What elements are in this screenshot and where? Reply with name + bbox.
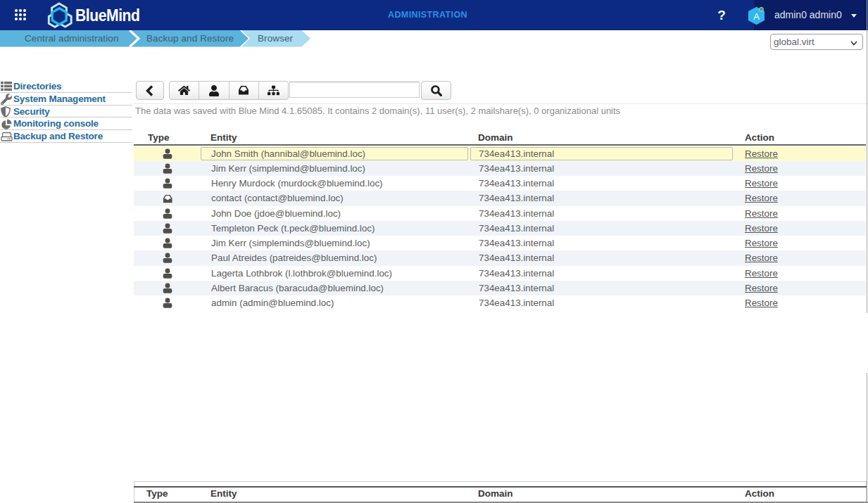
svg-text:A: A — [753, 11, 760, 22]
